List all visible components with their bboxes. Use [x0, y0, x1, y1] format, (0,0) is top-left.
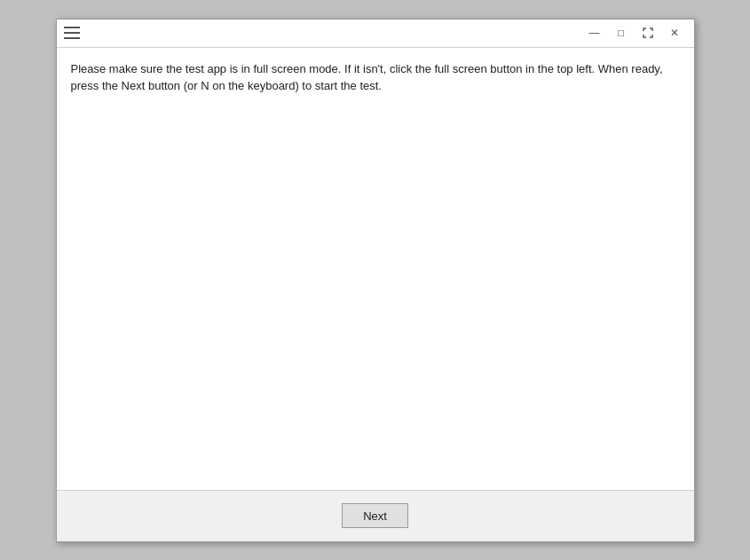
app-window: — □ ✕ Please make sure the test app is i…	[56, 19, 695, 542]
menu-icon[interactable]	[64, 27, 80, 39]
window-controls: — □ ✕	[582, 21, 687, 44]
bottom-bar: Next	[57, 490, 694, 541]
next-button[interactable]: Next	[342, 503, 408, 528]
instruction-text: Please make sure the test app is in full…	[71, 60, 680, 95]
close-button[interactable]: ✕	[662, 21, 687, 44]
minimize-button[interactable]: —	[582, 21, 607, 44]
maximize-button[interactable]: □	[609, 21, 634, 44]
title-bar-left	[64, 27, 80, 39]
title-bar: — □ ✕	[57, 20, 694, 48]
fullscreen-button[interactable]	[636, 21, 660, 44]
content-area: Please make sure the test app is in full…	[57, 48, 694, 490]
